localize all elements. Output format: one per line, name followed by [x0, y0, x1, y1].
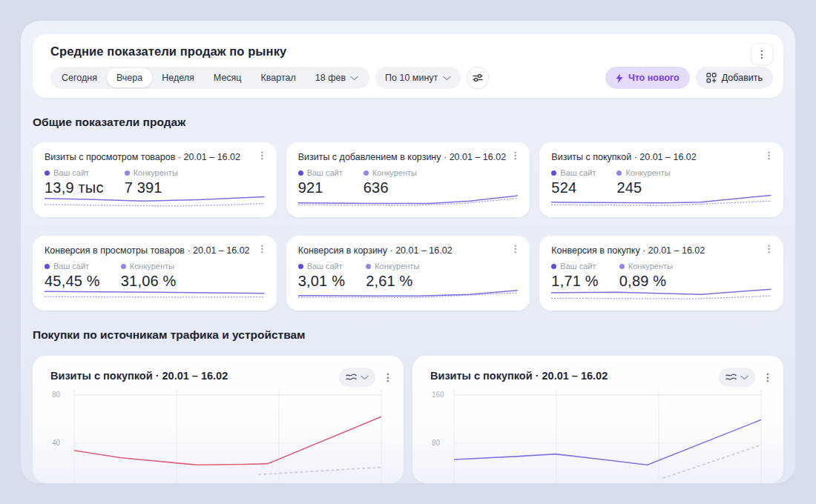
site-legend-label: Ваш сайт	[53, 168, 89, 177]
metric-card-cart-adds: Визиты с добавлением в корзину · 20.01 –…	[286, 142, 530, 217]
competitors-legend-dot	[363, 170, 369, 176]
stream-chart-icon	[346, 373, 357, 382]
chevron-down-icon	[740, 375, 748, 380]
chevron-down-icon	[361, 375, 369, 380]
sparkline-chart	[551, 193, 771, 210]
chart-card-traffic-sources: Визиты с покупкой · 20.01 – 16.02 ⋮ 80 4…	[33, 356, 404, 483]
stream-chart-icon	[725, 373, 737, 382]
metric-card-purchases: Визиты с покупкой · 20.01 – 16.02 ⋮ Ваш …	[539, 142, 783, 217]
kebab-menu-icon[interactable]: ⋮	[763, 372, 773, 382]
chart-title: Визиты с покупкой · 20.01 – 16.02	[430, 370, 608, 382]
site-legend-label: Ваш сайт	[307, 262, 343, 271]
section-title-overall: Общие показатели продаж	[33, 116, 185, 129]
tab-quarter[interactable]: Квартал	[251, 68, 306, 87]
sparkline-chart	[45, 193, 265, 210]
chevron-down-icon	[443, 76, 451, 81]
kebab-menu-icon[interactable]: ⋮	[764, 244, 774, 253]
site-legend-label: Ваш сайт	[307, 168, 343, 177]
section-title-purchases: Покупки по источникам трафика и устройст…	[33, 328, 306, 342]
chart-type-selector[interactable]	[339, 368, 375, 387]
lightning-bolt-icon	[616, 73, 623, 83]
chevron-down-icon	[350, 76, 358, 81]
chart-type-selector[interactable]	[719, 368, 755, 387]
y-axis-tick: 160	[432, 391, 444, 399]
kebab-menu-icon[interactable]: ⋮	[764, 150, 774, 160]
chart-card-devices: Визиты с покупкой · 20.01 – 16.02 ⋮ 160 …	[412, 356, 783, 483]
granularity-label: По 10 минут	[385, 73, 438, 83]
whats-new-button[interactable]: Что нового	[605, 67, 690, 89]
whats-new-label: Что нового	[628, 73, 680, 83]
kebab-menu-icon[interactable]: ⋮	[510, 244, 520, 253]
competitors-legend-dot	[125, 170, 130, 176]
sliders-icon	[473, 73, 483, 83]
y-axis-tick: 40	[52, 439, 60, 447]
tab-month[interactable]: Месяц	[204, 68, 251, 87]
metric-card-title: Визиты с добавлением в корзину · 20.01 –…	[298, 152, 519, 162]
competitors-legend-label: Конкуренты	[375, 262, 419, 271]
competitors-legend-label: Конкуренты	[134, 168, 178, 177]
dashboard-screen: Средние показатели продаж по рынку ⋮ Сег…	[0, 0, 816, 504]
metric-card-title: Конверсия в просмотры товаров · 20.01 – …	[45, 245, 265, 256]
competitors-legend-label: Конкуренты	[625, 168, 670, 177]
competitors-legend-dot	[366, 264, 371, 269]
header-more-button[interactable]: ⋮	[751, 43, 773, 65]
sparkline-chart	[45, 286, 265, 304]
tab-today[interactable]: Сегодня	[52, 68, 107, 87]
metric-card-title: Конверсия в корзину · 20.01 – 16.02	[298, 245, 519, 256]
add-label: Добавить	[722, 73, 763, 83]
sparkline-chart	[551, 286, 771, 304]
site-legend-label: Ваш сайт	[560, 262, 596, 271]
kebab-menu-icon[interactable]: ⋮	[510, 150, 520, 160]
y-axis-tick: 80	[52, 391, 60, 399]
sparkline-chart	[298, 286, 519, 304]
page-title: Средние показатели продаж по рынку	[50, 44, 286, 59]
y-axis-tick: 80	[432, 439, 440, 447]
metric-card-title: Визиты с просмотром товаров · 20.01 – 16…	[45, 152, 265, 162]
granularity-select[interactable]: По 10 минут	[375, 67, 461, 89]
site-legend-dot	[298, 170, 303, 176]
competitors-legend-dot	[619, 264, 625, 269]
metric-card-title: Визиты с покупкой · 20.01 – 16.02	[551, 152, 771, 162]
tab-date-picker[interactable]: 18 фев	[306, 68, 368, 87]
kebab-icon: ⋮	[757, 49, 767, 59]
site-legend-label: Ваш сайт	[53, 262, 89, 271]
tab-yesterday[interactable]: Вчера	[107, 68, 152, 87]
competitors-legend-dot	[616, 170, 622, 176]
metric-card-title: Конверсия в покупку · 20.01 – 16.02	[551, 245, 771, 256]
period-controls: Сегодня Вчера Неделя Месяц Квартал 18 фе…	[50, 67, 489, 89]
kebab-menu-icon[interactable]: ⋮	[383, 372, 393, 382]
site-legend-label: Ваш сайт	[560, 168, 596, 177]
metric-cards-grid: Визиты с просмотром товаров · 20.01 – 16…	[33, 142, 783, 311]
metric-card-cart-conversion: Конверсия в корзину · 20.01 – 16.02 ⋮ Ва…	[286, 236, 530, 311]
competitors-legend-label: Конкуренты	[130, 262, 174, 271]
metric-card-purchase-conversion: Конверсия в покупку · 20.01 – 16.02 ⋮ Ва…	[539, 236, 783, 311]
competitors-legend-label: Конкуренты	[628, 262, 673, 271]
competitors-legend-label: Конкуренты	[372, 168, 417, 177]
site-legend-dot	[551, 264, 556, 269]
filter-settings-button[interactable]	[467, 67, 489, 89]
metric-card-view-conversion: Конверсия в просмотры товаров · 20.01 – …	[33, 236, 277, 311]
header-card: Средние показатели продаж по рынку ⋮ Сег…	[33, 34, 783, 98]
add-widget-icon	[706, 73, 717, 83]
header-actions: Что нового Добавить	[605, 67, 773, 89]
site-legend-dot	[45, 264, 50, 269]
kebab-menu-icon[interactable]: ⋮	[257, 150, 267, 160]
site-legend-dot	[298, 264, 303, 269]
chart-title: Визиты с покупкой · 20.01 – 16.02	[50, 370, 228, 382]
period-tabbar: Сегодня Вчера Неделя Месяц Квартал 18 фе…	[50, 67, 369, 89]
dashboard-frame: Средние показатели продаж по рынку ⋮ Сег…	[21, 21, 795, 483]
site-legend-dot	[45, 170, 50, 176]
date-label: 18 фев	[315, 68, 346, 87]
competitors-legend-dot	[121, 264, 126, 269]
sparkline-chart	[298, 193, 519, 210]
tab-week[interactable]: Неделя	[152, 68, 204, 87]
metric-card-product-views: Визиты с просмотром товаров · 20.01 – 16…	[33, 142, 277, 217]
kebab-menu-icon[interactable]: ⋮	[257, 244, 267, 253]
site-legend-dot	[551, 170, 556, 176]
add-widget-button[interactable]: Добавить	[696, 67, 773, 89]
chart-cards-grid: Визиты с покупкой · 20.01 – 16.02 ⋮ 80 4…	[33, 356, 783, 483]
